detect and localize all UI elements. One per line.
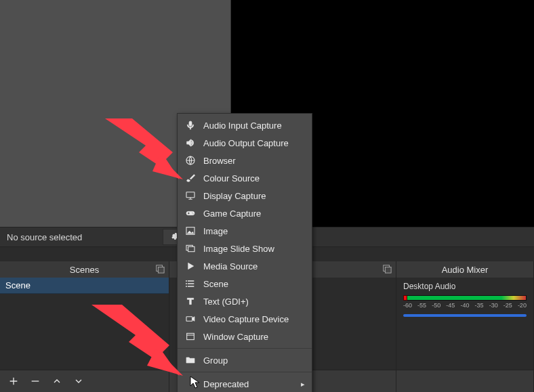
menu-item-media-source[interactable]: Media Source (178, 257, 312, 275)
svg-point-15 (186, 286, 186, 286)
menu-item-label: Video Capture Device (203, 314, 289, 324)
svg-point-13 (186, 280, 186, 281)
svg-rect-1 (158, 267, 164, 273)
menu-item-image[interactable]: Image (178, 222, 312, 240)
menu-item-video-capture-device[interactable]: Video Capture Device (178, 310, 312, 328)
svg-rect-16 (186, 317, 192, 322)
menu-item-label: Audio Output Capture (203, 138, 289, 148)
svg-rect-17 (187, 333, 194, 339)
remove-scene-button[interactable] (28, 374, 42, 388)
menu-item-window-capture[interactable]: Window Capture (178, 328, 312, 345)
audio-mixer-panel: Desktop Audio -60-55-50-45-40-35-30-25-2… (396, 278, 534, 370)
scene-item-label: Scene (5, 280, 30, 290)
menu-item-label: Group (203, 355, 228, 366)
menu-item-label: Colour Source (203, 173, 260, 183)
volume-slider[interactable] (403, 314, 527, 317)
menu-item-text-gdi[interactable]: Text (GDI+) (178, 292, 312, 310)
menu-item-label: Browser (203, 156, 236, 166)
scene-item[interactable]: Scene (0, 278, 169, 294)
menu-item-label: Display Capture (203, 191, 266, 201)
mixer-meter: -60-55-50-45-40-35-30-25-20 (403, 294, 527, 306)
mixer-toolbar (396, 370, 534, 392)
slideshow-icon (184, 242, 197, 255)
gamepad-icon (184, 207, 197, 219)
svg-rect-3 (385, 267, 391, 273)
list-icon (184, 278, 197, 290)
svg-point-14 (186, 283, 186, 284)
no-source-label: No source selected (0, 232, 163, 242)
menu-item-group[interactable]: Group (178, 351, 312, 369)
mouse-cursor-icon (190, 376, 201, 389)
svg-rect-6 (186, 192, 194, 198)
popout-icon[interactable] (155, 264, 165, 274)
menu-item-game-capture[interactable]: Game Capture (178, 204, 312, 222)
mixer-ticks: -60-55-50-45-40-35-30-25-20 (403, 302, 527, 310)
move-scene-down-button[interactable] (72, 374, 85, 388)
menu-item-label: Text (GDI+) (203, 297, 249, 307)
menu-item-label: Image (203, 226, 228, 236)
menu-item-label: Audio Input Capture (203, 121, 282, 131)
menu-item-audio-output-capture[interactable]: Audio Output Capture (178, 134, 312, 152)
svg-rect-12 (188, 246, 194, 251)
mixer-title-label: Audio Mixer (442, 265, 489, 275)
add-scene-button[interactable] (7, 374, 20, 388)
monitor-icon (184, 190, 197, 202)
menu-item-display-capture[interactable]: Display Capture (178, 187, 312, 204)
play-icon (184, 260, 197, 272)
menu-item-audio-input-capture[interactable]: Audio Input Capture (178, 116, 312, 134)
menu-item-label: Game Capture (203, 209, 261, 219)
menu-item-colour-source[interactable]: Colour Source (178, 169, 312, 187)
svg-point-9 (192, 213, 193, 214)
menu-item-label: Media Source (203, 261, 258, 271)
menu-item-scene[interactable]: Scene (178, 275, 312, 292)
svg-point-8 (192, 213, 192, 213)
menu-item-label: Deprecated (203, 379, 249, 389)
menu-item-label: Scene (203, 279, 228, 289)
add-source-context-menu: Audio Input Capture Audio Output Capture… (177, 113, 312, 392)
mixer-track-label: Desktop Audio (403, 282, 527, 291)
image-icon (184, 225, 197, 237)
menu-separator (178, 348, 312, 349)
menu-item-label: Window Capture (203, 332, 268, 342)
audio-mixer-dock-title[interactable]: Audio Mixer (396, 261, 534, 278)
menu-item-image-slide-show[interactable]: Image Slide Show (178, 240, 312, 257)
app-root: No source selected Pr Scenes Sources Aud… (0, 0, 534, 392)
move-scene-up-button[interactable] (50, 374, 64, 388)
menu-item-browser[interactable]: Browser (178, 152, 312, 169)
menu-item-label: Image Slide Show (203, 244, 274, 254)
scenes-dock-title[interactable]: Scenes (0, 261, 169, 278)
menu-separator (178, 372, 312, 372)
popout-icon[interactable] (382, 264, 392, 274)
scenes-title-label: Scenes (70, 265, 99, 275)
